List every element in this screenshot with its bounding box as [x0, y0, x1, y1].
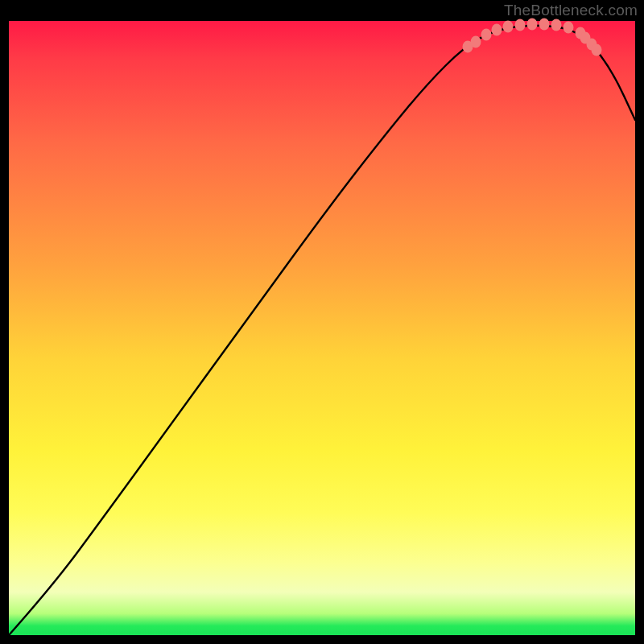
plot-area [9, 21, 635, 635]
marker-group [463, 19, 602, 56]
highlight-dot [564, 22, 574, 34]
attribution-text: TheBottleneck.com [504, 2, 638, 19]
highlight-dot [515, 19, 526, 31]
bottleneck-curve-path [9, 26, 635, 635]
highlight-dot [539, 19, 550, 31]
highlight-dot [481, 29, 492, 41]
highlight-dot [471, 36, 481, 48]
highlight-dot [551, 19, 562, 31]
highlight-dot [592, 44, 602, 56]
curve-layer [9, 21, 635, 635]
highlight-dot [492, 24, 502, 36]
chart-frame: TheBottleneck.com [0, 0, 644, 644]
highlight-dot [527, 19, 538, 31]
highlight-dot [503, 21, 514, 33]
